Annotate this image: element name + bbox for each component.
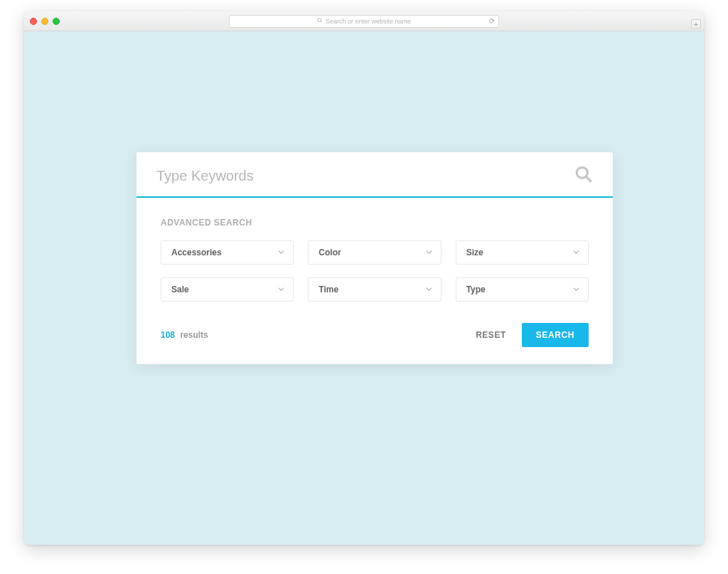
maximize-window-button[interactable]	[53, 18, 60, 25]
browser-window: Search or enter website name ⟳ + ADVANCE…	[24, 11, 704, 545]
search-button[interactable]: SEARCH	[522, 323, 589, 347]
results-label: results	[180, 330, 208, 340]
close-window-button[interactable]	[30, 18, 37, 25]
select-color[interactable]: Color	[308, 240, 441, 265]
chevron-down-icon	[278, 285, 284, 294]
select-type[interactable]: Type	[456, 277, 589, 302]
results-summary: 108 results	[161, 330, 208, 340]
minimize-window-button[interactable]	[41, 18, 48, 25]
select-size[interactable]: Size	[456, 240, 589, 265]
new-tab-button[interactable]: +	[691, 19, 701, 29]
url-placeholder: Search or enter website name	[326, 18, 411, 25]
select-label: Accessories	[171, 248, 222, 257]
select-label: Type	[466, 285, 486, 294]
search-input-row	[136, 152, 613, 198]
advanced-search-label: ADVANCED SEARCH	[161, 218, 589, 228]
chevron-down-icon	[426, 248, 432, 257]
search-icon[interactable]	[574, 165, 593, 186]
browser-titlebar: Search or enter website name ⟳ +	[24, 11, 704, 31]
select-sale[interactable]: Sale	[161, 277, 294, 302]
select-label: Size	[466, 248, 483, 257]
filter-grid: Accessories Color Size Sale	[161, 240, 589, 302]
chevron-down-icon	[573, 248, 579, 257]
advanced-search-section: ADVANCED SEARCH Accessories Color Size	[136, 198, 613, 364]
select-label: Sale	[171, 285, 189, 294]
select-time[interactable]: Time	[308, 277, 441, 302]
keywords-input[interactable]	[156, 168, 574, 184]
svg-line-3	[587, 177, 591, 181]
footer-row: 108 results RESET SEARCH	[161, 323, 589, 347]
svg-line-1	[321, 21, 322, 23]
chevron-down-icon	[573, 285, 579, 294]
results-count: 108	[161, 330, 175, 340]
refresh-icon[interactable]: ⟳	[489, 17, 495, 25]
chevron-down-icon	[278, 248, 284, 257]
select-label: Color	[318, 248, 341, 257]
footer-actions: RESET SEARCH	[476, 323, 589, 347]
chevron-down-icon	[426, 285, 432, 294]
svg-point-0	[318, 18, 321, 22]
search-icon	[317, 18, 323, 25]
traffic-lights	[30, 18, 60, 25]
select-label: Time	[318, 285, 338, 294]
url-bar[interactable]: Search or enter website name ⟳	[229, 15, 499, 28]
reset-button[interactable]: RESET	[476, 330, 506, 340]
select-accessories[interactable]: Accessories	[161, 240, 294, 265]
page-viewport: ADVANCED SEARCH Accessories Color Size	[24, 31, 704, 545]
search-card: ADVANCED SEARCH Accessories Color Size	[136, 152, 613, 364]
